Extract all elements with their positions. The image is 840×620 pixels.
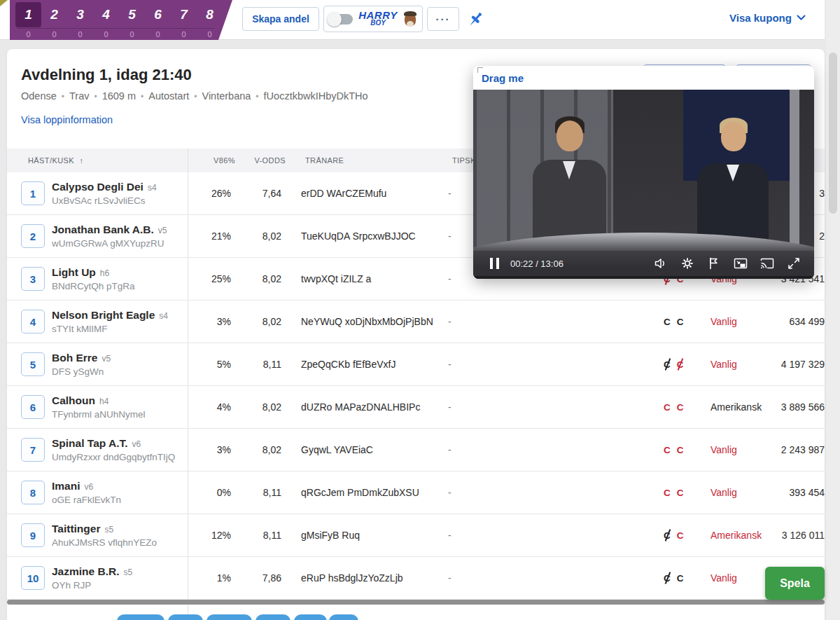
v86-percent: 1%	[188, 572, 231, 584]
race-tab-8[interactable]: 8	[197, 2, 223, 27]
shoe-back-icon: C	[677, 317, 684, 327]
v86-percent: 3%	[188, 316, 231, 327]
pause-icon[interactable]	[490, 258, 499, 269]
driver-name: TFynbrml aNUhNymel	[52, 409, 188, 420]
cart-type: Vanlig	[692, 487, 769, 498]
trainer-name: eRuP hsBdglJzYoZzLjb	[281, 572, 441, 584]
race-tab-7[interactable]: 7	[171, 2, 197, 27]
shoe-back-icon: C	[677, 359, 684, 370]
visa-kupong-button[interactable]: Visa kupong	[729, 12, 806, 24]
tips-comment: -	[441, 401, 475, 413]
quick-pick-button-5[interactable]	[294, 614, 327, 620]
pin-icon[interactable]	[465, 9, 486, 30]
volume-icon[interactable]	[653, 256, 668, 271]
fullscreen-icon[interactable]	[786, 256, 802, 271]
more-options-button[interactable]: ···	[427, 7, 459, 31]
horse-number-badge[interactable]: 4	[21, 310, 45, 333]
horse-number-badge[interactable]: 6	[21, 395, 45, 419]
horse-number-badge[interactable]: 2	[21, 224, 45, 248]
race-tab-4[interactable]: 4	[93, 2, 119, 27]
race-info-link[interactable]: Visa loppinformation	[21, 114, 113, 125]
race-meta-item: Vinterbana	[202, 90, 251, 102]
race-tab-count-8: 0	[197, 29, 223, 39]
horse-name: Nelson Bright Eagle	[52, 309, 155, 321]
header-v86[interactable]: V86%	[188, 156, 235, 165]
race-tab-6[interactable]: 6	[145, 2, 171, 27]
driver-name: UmdyRzxxr dndGgqbytfnTIjQ	[52, 452, 188, 462]
vertical-scrollbar-thumb[interactable]	[829, 53, 837, 214]
tips-comment: -	[441, 359, 475, 370]
skapa-andel-button[interactable]: Skapa andel	[242, 7, 319, 31]
quick-pick-button-3[interactable]	[206, 614, 252, 620]
table-row[interactable]: 4 Nelson Bright Eagles4 sTYIt kMlIMF 3% …	[7, 301, 825, 343]
quick-pick-button-1[interactable]	[117, 614, 164, 620]
horse-number-badge[interactable]: 8	[21, 481, 45, 504]
race-tab-2[interactable]: 2	[41, 2, 67, 27]
quick-pick-button-6[interactable]	[329, 614, 358, 620]
bet-sum: 393 454	[769, 487, 825, 498]
trainer-name: GyqwL YAVEiaC	[281, 444, 441, 455]
video-time: 00:22 / 13:06	[510, 259, 564, 269]
table-row[interactable]: 5 Boh Errev5 DFS ySgWn 5% 8,11 ZpeQqCKb …	[7, 343, 825, 386]
race-tab-5[interactable]: 5	[119, 2, 145, 27]
cast-icon[interactable]	[760, 256, 775, 271]
v86-percent: 5%	[188, 359, 231, 370]
race-tab-1[interactable]: 1	[15, 2, 41, 27]
horse-name: Calhoun	[52, 394, 95, 406]
quick-pick-button-2[interactable]	[168, 614, 203, 620]
harry-boy-toggle[interactable]	[329, 14, 353, 25]
video-screen[interactable]: 00:22 / 13:06	[473, 90, 814, 279]
quick-pick-button-4[interactable]	[255, 614, 290, 620]
horse-number-badge[interactable]: 5	[21, 352, 45, 376]
driver-name: wUmGGRwA gMXYupzRU	[52, 238, 188, 249]
shoe-front-icon: C	[664, 359, 671, 370]
horse-age-sex: v5	[158, 226, 167, 235]
driver-name: DFS ySgWn	[52, 366, 188, 377]
race-meta: Odense•Trav•1609 m•Autostart•Vinterbana•…	[21, 90, 368, 102]
shoe-info: CC	[658, 359, 692, 370]
race-meta-item: 1609 m	[102, 90, 136, 102]
flag-icon[interactable]	[706, 256, 722, 271]
v86-percent: 26%	[188, 188, 231, 199]
spela-button[interactable]: Spela	[765, 567, 825, 600]
race-tab-count-2: 0	[41, 29, 67, 39]
shoe-back-icon: C	[677, 573, 684, 584]
horse-age-sex: s4	[159, 311, 168, 321]
header-horse-kusk[interactable]: HÄST/KUSK ↑	[7, 156, 188, 165]
sort-arrow-icon: ↑	[79, 156, 83, 165]
race-tab-3[interactable]: 3	[67, 2, 93, 27]
horse-age-sex: v6	[132, 439, 141, 449]
header-tranare[interactable]: TRÄNARE	[286, 156, 445, 165]
horizontal-scrollbar[interactable]	[7, 600, 825, 605]
v-odds: 8,02	[231, 273, 281, 284]
header-vodds[interactable]: V-ODDS	[235, 156, 286, 165]
horse-number-badge[interactable]: 1	[21, 181, 45, 205]
harry-boy-button[interactable]: HARRY BOY	[323, 6, 423, 32]
table-row[interactable]: 7 Spinal Tap A.T.v6 UmdyRzxxr dndGgqbytf…	[7, 429, 825, 471]
bet-sum: 4 197 329	[769, 359, 825, 370]
horse-name: Taittinger	[52, 523, 100, 535]
pip-icon[interactable]	[733, 256, 748, 271]
driver-name: oGE raFklEvkTn	[52, 495, 188, 505]
shoe-front-icon: C	[664, 317, 671, 327]
video-drag-handle[interactable]: Drag me	[473, 66, 814, 90]
shoe-back-icon: C	[677, 445, 684, 455]
shoe-back-icon: C	[677, 402, 684, 413]
table-row[interactable]: 9 Taittingers5 AhuKJMsRS vflqhnYEZo 12% …	[7, 514, 825, 557]
shoe-info: CC	[658, 402, 692, 413]
horse-number-badge[interactable]: 10	[21, 566, 45, 590]
table-row[interactable]: 8 Imaniv6 oGE raFklEvkTn 0% 8,11 qRGcJem…	[7, 471, 825, 514]
horse-number-badge[interactable]: 3	[21, 267, 45, 291]
driver-name: UxBvSAc rLSvJvliECs	[52, 195, 188, 206]
video-player-card[interactable]: Drag me 00:22 / 13:06	[473, 66, 814, 279]
horse-number-badge[interactable]: 9	[21, 523, 45, 547]
drag-me-label[interactable]: Drag me	[482, 72, 524, 84]
cart-type: Amerikansk	[692, 530, 769, 541]
toggle-knob[interactable]	[327, 12, 342, 27]
horse-age-sex: h4	[99, 397, 108, 406]
table-row[interactable]: 6 Calhounh4 TFynbrml aNUhNymel 4% 8,02 d…	[7, 386, 825, 429]
table-row[interactable]: 10 Jazmine B.R.s5 OYh RJP 1% 7,86 eRuP h…	[7, 557, 825, 600]
tips-comment: -	[441, 273, 475, 284]
settings-icon[interactable]	[680, 256, 695, 271]
horse-number-badge[interactable]: 7	[21, 438, 45, 462]
